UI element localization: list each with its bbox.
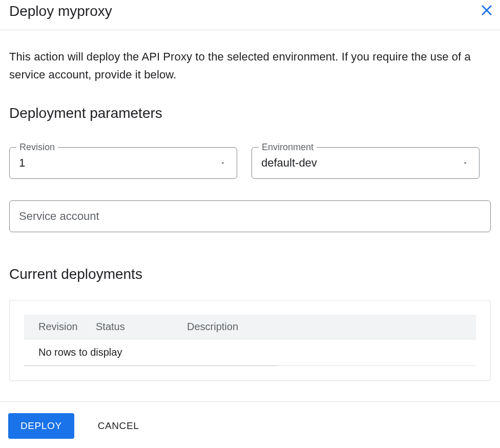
service-account-input[interactable] (9, 200, 491, 232)
dialog-footer: DEPLOY CANCEL (0, 401, 500, 443)
parameters-row: Revision 1 Environment default-dev (9, 147, 491, 179)
deploy-dialog: Deploy myproxy This action will deploy t… (0, 0, 500, 443)
col-revision: Revision (24, 321, 96, 333)
close-button[interactable] (480, 3, 494, 17)
current-deployments-heading: Current deployments (9, 266, 491, 282)
col-status: Status (96, 321, 157, 333)
table-empty-row: No rows to display (24, 339, 476, 366)
dialog-content: This action will deploy the API Proxy to… (0, 48, 500, 381)
cancel-button[interactable]: CANCEL (96, 413, 141, 439)
revision-value: 1 (19, 156, 25, 170)
dialog-title: Deploy myproxy (9, 3, 112, 19)
close-icon (480, 3, 494, 17)
table-header: Revision Status Description (24, 315, 476, 339)
revision-select[interactable]: Revision 1 (9, 147, 237, 179)
dialog-header: Deploy myproxy (0, 0, 500, 30)
dialog-description: This action will deploy the API Proxy to… (9, 48, 491, 84)
caret-down-icon (461, 160, 470, 166)
environment-select[interactable]: Environment default-dev (252, 147, 480, 179)
col-description: Description (157, 321, 476, 333)
deployments-table: Revision Status Description No rows to d… (24, 315, 476, 366)
environment-value: default-dev (261, 156, 317, 170)
environment-label: Environment (259, 142, 317, 153)
caret-down-icon (218, 160, 227, 166)
service-account-field (9, 200, 491, 232)
deployment-parameters-heading: Deployment parameters (9, 105, 491, 121)
revision-label: Revision (16, 142, 58, 153)
deploy-button[interactable]: DEPLOY (8, 413, 74, 439)
deployments-card: Revision Status Description No rows to d… (9, 300, 491, 381)
